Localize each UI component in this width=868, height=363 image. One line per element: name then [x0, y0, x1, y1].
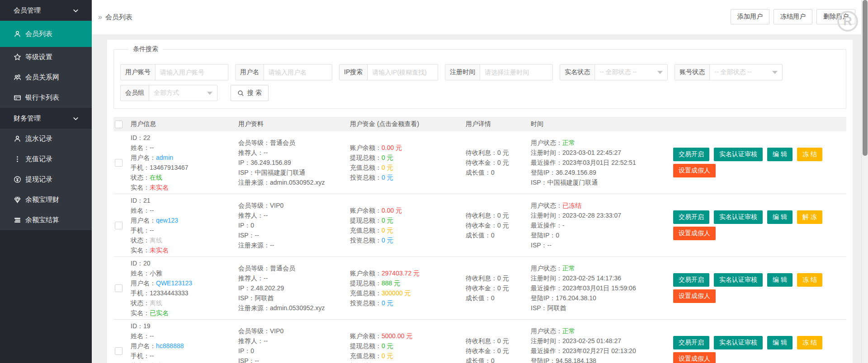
- trade-toggle-button[interactable]: 交易开启: [673, 273, 709, 287]
- actions-line-1: 交易开启 实名认证审核 编 辑 冻 结: [673, 273, 846, 287]
- realname-audit-button[interactable]: 实名认证审核: [714, 148, 763, 161]
- account-input[interactable]: [156, 65, 228, 80]
- register-ip: 36.249.156.89: [250, 159, 291, 166]
- vertical-scrollbar[interactable]: [861, 0, 868, 363]
- set-fake-button[interactable]: 设置成假人: [673, 289, 716, 303]
- edit-button[interactable]: 编 辑: [767, 210, 793, 224]
- user-name: --: [150, 332, 154, 340]
- user-id: 21: [143, 197, 151, 204]
- freeze-toggle-button[interactable]: 冻 结: [797, 336, 822, 349]
- col-user-detail: 用户详情: [466, 120, 531, 128]
- username-link[interactable]: qew123: [156, 217, 178, 224]
- member-group-select[interactable]: 全部方式: [149, 85, 217, 101]
- sidebar-item-yuebao-settlement[interactable]: 余额宝结算: [0, 210, 92, 230]
- table-row: ID：20 姓名：小雅 用户名：QWE123123 手机：12334443333…: [113, 257, 846, 320]
- set-fake-button[interactable]: 设置成假人: [673, 352, 716, 363]
- login-isp: 阿联酋: [547, 304, 566, 312]
- realname-status-select[interactable]: -- 全部状态 --: [595, 65, 667, 80]
- username-link[interactable]: hc888888: [156, 342, 184, 349]
- row-checkbox[interactable]: [115, 284, 123, 292]
- sidebar-item-level-settings[interactable]: 等级设置: [0, 47, 92, 67]
- balance-amount[interactable]: 5000.00 元: [382, 332, 413, 340]
- phone-label: 手机：: [131, 352, 150, 359]
- referrer: --: [264, 275, 268, 282]
- sidebar-item-flow-records[interactable]: 流水记录: [0, 129, 92, 149]
- scrollbar-thumb[interactable]: [863, 0, 868, 156]
- trade-toggle-button[interactable]: 交易开启: [673, 148, 709, 161]
- isp-label: ISP：: [238, 169, 255, 176]
- login-isp: --: [547, 242, 552, 249]
- select-all-checkbox[interactable]: [115, 121, 123, 128]
- time-cell: 用户状态：正常 注册时间：2023-02-25 01:48:27 最近操作：20…: [531, 326, 673, 363]
- withdraw-total-amount[interactable]: 0 元: [382, 217, 393, 224]
- user-funds-cell: 账户余额：0.00 元 提现总额：0 元 充值总额：0 元 投资总额：0 元: [350, 143, 466, 182]
- freeze-toggle-button[interactable]: 冻 结: [797, 273, 822, 287]
- withdraw-label: 提现总额：: [350, 279, 382, 287]
- realname-audit-button[interactable]: 实名认证审核: [714, 210, 763, 224]
- recharge-total-amount[interactable]: 300000 元: [382, 289, 411, 297]
- interest-label: 待收利息：: [466, 149, 497, 156]
- freeze-toggle-button[interactable]: 冻 结: [797, 148, 822, 161]
- sidebar-item-member-list[interactable]: 会员列表: [0, 21, 92, 47]
- recharge-label: 充值总额：: [350, 164, 382, 171]
- chevron-down-icon: [72, 7, 80, 14]
- referrer: --: [264, 212, 268, 219]
- user-info-cell: ID：22 姓名：-- 用户名：admin 手机：13467913467 状态：…: [131, 133, 238, 192]
- realname-audit-button[interactable]: 实名认证审核: [714, 273, 763, 287]
- account-status-select[interactable]: -- 全部状态 --: [710, 65, 782, 80]
- sidebar-item-member-network[interactable]: 会员关系网: [0, 67, 92, 88]
- member-group-field-label: 会员组: [121, 85, 149, 101]
- set-fake-button[interactable]: 设置成假人: [673, 227, 716, 240]
- level-label: 会员等级：: [238, 327, 270, 335]
- ip-search-input[interactable]: [368, 65, 438, 80]
- sidebar-item-withdraw-records[interactable]: 提现记录: [0, 169, 92, 190]
- recharge-total-amount[interactable]: 0 元: [382, 352, 393, 359]
- sidebar-item-bank-card-list[interactable]: 银行卡列表: [0, 88, 92, 108]
- edit-button[interactable]: 编 辑: [767, 336, 793, 349]
- withdraw-total-amount[interactable]: 0 元: [382, 342, 393, 349]
- trade-toggle-button[interactable]: 交易开启: [673, 336, 709, 349]
- row-checkbox[interactable]: [115, 222, 123, 229]
- withdraw-total-amount[interactable]: 0 元: [382, 154, 393, 161]
- edit-button[interactable]: 编 辑: [767, 148, 793, 161]
- freeze-user-button[interactable]: 冻结用户: [774, 9, 812, 24]
- login-isp-label: ISP：: [531, 304, 547, 312]
- balance-label: 账户余额：: [350, 270, 382, 277]
- user-state: 已冻结: [562, 202, 581, 209]
- freeze-toggle-button[interactable]: 解 冻: [797, 210, 822, 224]
- login-ip: 176.204.38.10: [556, 294, 596, 302]
- add-user-button[interactable]: 添加用户: [731, 9, 769, 24]
- level-label: 会员等级：: [238, 139, 270, 146]
- set-fake-button[interactable]: 设置成假人: [673, 164, 716, 177]
- withdraw-total-amount[interactable]: 888 元: [382, 279, 400, 287]
- trade-toggle-button[interactable]: 交易开启: [673, 210, 709, 224]
- username-input[interactable]: [264, 65, 332, 80]
- register-time-input[interactable]: [480, 65, 552, 80]
- invest-total-amount[interactable]: 0 元: [382, 237, 393, 244]
- pending-principal: 0 元: [497, 159, 509, 166]
- edit-button[interactable]: 编 辑: [767, 273, 793, 287]
- online-status: 离线: [150, 237, 162, 244]
- balance-amount[interactable]: 0.00 元: [382, 207, 402, 214]
- balance-amount[interactable]: 297403.72 元: [382, 270, 420, 277]
- username-link[interactable]: QWE123123: [156, 279, 192, 287]
- actions-line-1: 交易开启 实名认证审核 编 辑 解 冻: [673, 210, 846, 224]
- last-operation-time: 2023年02月27日 02:13:20: [562, 347, 636, 354]
- recharge-total-amount[interactable]: 0 元: [382, 164, 393, 171]
- actions-cell: 交易开启 实名认证审核 编 辑 解 冻 设置成假人: [673, 210, 846, 240]
- row-checkbox[interactable]: [115, 347, 123, 355]
- realname-audit-button[interactable]: 实名认证审核: [714, 336, 763, 349]
- row-checkbox[interactable]: [115, 159, 123, 167]
- sidebar-item-recharge-records[interactable]: 充值记录: [0, 149, 92, 169]
- recharge-total-amount[interactable]: 0 元: [382, 227, 393, 234]
- login-ip-label: 登陆IP：: [531, 357, 556, 363]
- sidebar-section-finance-management[interactable]: 财务管理: [0, 108, 92, 129]
- username-link[interactable]: admin: [156, 154, 173, 161]
- balance-amount[interactable]: 0.00 元: [382, 144, 402, 151]
- invest-total-amount[interactable]: 0 元: [382, 174, 393, 181]
- source-label: 注册来源：: [238, 304, 270, 312]
- sidebar-item-yuebao-finance[interactable]: 余额宝理财: [0, 190, 92, 210]
- sidebar-section-member-management[interactable]: 会员管理: [0, 0, 92, 21]
- search-button[interactable]: 搜 索: [231, 85, 269, 101]
- invest-total-amount[interactable]: 0 元: [382, 299, 393, 307]
